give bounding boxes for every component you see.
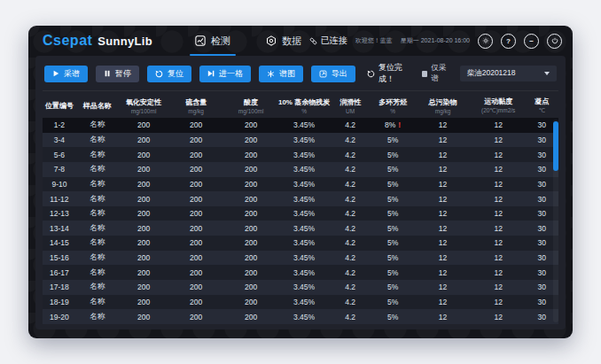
column-unit: ℃ <box>539 107 545 114</box>
table-row[interactable]: 12-13名称2002002003.45%4.25%121230 <box>43 206 558 221</box>
fuel-type-dropdown[interactable]: 柴油20201218 <box>460 66 557 81</box>
table-cell: 200 <box>119 268 169 277</box>
table-row[interactable]: 15-16名称2002002003.45%4.25%121230 <box>43 251 558 266</box>
table-cell: 5% <box>371 180 415 189</box>
table-row[interactable]: 1-2名称2002002003.45%4.28%!121230 <box>43 118 558 133</box>
table-cell: 200 <box>169 313 223 321</box>
tab-detection[interactable]: 检测 <box>190 26 236 56</box>
table-cell: 200 <box>119 209 169 218</box>
table-row[interactable]: 7-8名称2002002003.45%4.25%121230 <box>43 162 558 177</box>
table-cell: 名称 <box>76 208 119 219</box>
table-cell: 名称 <box>76 223 119 234</box>
app-brand: Csepat SunnyLib <box>43 26 152 56</box>
minimize-icon: − <box>529 37 534 45</box>
tab-data[interactable]: 数据 <box>261 26 307 56</box>
column-unit: mg/100ml <box>131 108 157 114</box>
export-button[interactable]: 导出 <box>311 66 355 82</box>
table-row[interactable]: 5-6名称2002002003.45%4.25%121230 <box>43 147 558 162</box>
table-cell: 3.45% <box>279 224 330 233</box>
reset-label: 复位 <box>168 68 183 80</box>
table-cell: 3.45% <box>279 283 330 291</box>
table-cell: 200 <box>119 253 169 262</box>
table-row[interactable]: 17-18名称2002002003.45%4.25%121230 <box>43 280 558 295</box>
table-cell: 5-6 <box>43 151 76 159</box>
detection-panel: 采谱 暂停 复位 进一格 <box>35 56 566 329</box>
column-name: 多环芳烃 <box>379 97 407 107</box>
only-capture-checkbox[interactable]: 仅采谱 <box>422 63 451 84</box>
table-cell: 200 <box>223 224 279 233</box>
column-unit: mg/kg <box>435 108 451 114</box>
column-name: 氧化安定性 <box>126 97 161 107</box>
column-name: 润滑性 <box>340 97 361 107</box>
connection-status: 已连接 <box>309 35 347 47</box>
table-cell: 5% <box>371 253 415 262</box>
table-cell: 200 <box>169 151 223 159</box>
power-icon <box>551 37 558 44</box>
power-button[interactable] <box>547 34 562 49</box>
toolbar-right: 仅采谱 柴油20201218 <box>422 63 557 84</box>
spectrum-button[interactable]: 谱图 <box>259 66 303 82</box>
table-cell: 200 <box>169 195 223 204</box>
table-cell: 12 <box>472 238 526 247</box>
column-unit: (20℃)mm2/s <box>481 107 515 114</box>
step-forward-button[interactable]: 进一格 <box>199 66 251 82</box>
minimize-button[interactable]: − <box>524 34 539 49</box>
logo-text: Csepat <box>43 33 92 49</box>
table-cell: 1-2 <box>43 120 76 129</box>
table-row[interactable]: 19-20名称2002002003.45%4.25%121230 <box>43 309 558 324</box>
table-cell: 200 <box>169 120 223 129</box>
help-button[interactable]: ? <box>501 34 516 49</box>
table-cell: 200 <box>223 313 279 321</box>
pause-button[interactable]: 暂停 <box>96 66 139 82</box>
table-row[interactable]: 3-4名称2002002003.45%4.25%121230 <box>43 133 558 148</box>
table-cell: 5% <box>371 238 415 247</box>
capture-button[interactable]: 采谱 <box>44 66 88 82</box>
export-icon <box>319 70 327 78</box>
table-row[interactable]: 16-17名称2002002003.45%4.25%121230 <box>43 265 558 280</box>
table-cell: 4.2 <box>330 283 371 291</box>
vertical-scrollbar[interactable] <box>553 120 558 322</box>
table-cell: 15-16 <box>43 253 76 262</box>
table-cell: 5% <box>371 151 415 159</box>
table-cell: 200 <box>223 180 279 189</box>
table-cell: 5% <box>371 165 415 174</box>
table-cell: 4.2 <box>330 120 371 129</box>
table-cell: 17-18 <box>43 283 76 291</box>
table-row[interactable]: 11-12名称2002002003.45%4.25%121230 <box>43 191 558 206</box>
table-cell: 3.45% <box>279 238 330 247</box>
table-cell: 12 <box>415 120 472 129</box>
table-cell: 4.2 <box>330 224 371 233</box>
table-cell: 200 <box>169 165 223 174</box>
settings-button[interactable] <box>478 34 493 49</box>
table-cell: 12 <box>472 283 526 291</box>
column-name: 样品名称 <box>83 101 112 111</box>
table-row[interactable]: 18-19名称2002002003.45%4.25%121230 <box>43 295 558 310</box>
reset-button[interactable]: 复位 <box>147 66 191 82</box>
table-cell: 名称 <box>76 150 119 160</box>
column-name: 硫含量 <box>185 97 207 107</box>
fuel-type-value: 柴油20201218 <box>467 68 516 79</box>
table-cell: 12 <box>415 268 472 277</box>
table-cell: 5% <box>371 224 415 233</box>
table-cell: 名称 <box>76 297 119 307</box>
app-window: Csepat SunnyLib 检测 数据 <box>28 26 573 338</box>
scrollbar-thumb[interactable] <box>553 121 558 171</box>
column-header: 凝点℃ <box>526 97 558 114</box>
column-unit: UM <box>346 108 355 114</box>
table-cell: 5% <box>371 195 415 204</box>
table-cell: 11-12 <box>43 195 76 204</box>
table-row[interactable]: 14-15名称2002002003.45%4.25%121230 <box>43 236 558 251</box>
table-cell: 名称 <box>76 267 119 278</box>
table-cell: 200 <box>223 238 279 247</box>
column-unit: mg/kg <box>188 108 204 114</box>
table-cell: 名称 <box>76 312 119 322</box>
table-cell: 12 <box>472 298 526 306</box>
table-row[interactable]: 13-14名称2002002003.45%4.25%121230 <box>43 221 558 236</box>
table-cell: 12 <box>415 224 472 233</box>
reset-icon <box>155 70 163 78</box>
step-forward-icon <box>207 70 215 77</box>
table-cell: 12 <box>415 151 472 159</box>
table-row[interactable]: 9-10名称2002002003.45%4.25%121230 <box>43 177 558 192</box>
table-cell: 200 <box>223 209 279 218</box>
datetime-text: 星期一 2021-08-20 16:00 <box>401 36 470 45</box>
